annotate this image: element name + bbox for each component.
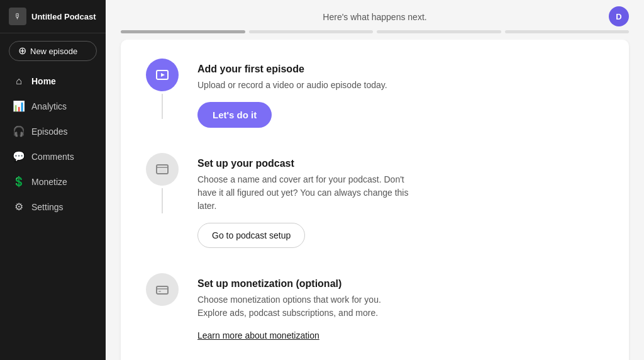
svg-rect-5 bbox=[158, 291, 161, 292]
sidebar-nav: ⌂ Home 📊 Analytics 🎧 Episodes 💬 Comments… bbox=[0, 69, 106, 220]
sidebar-header: 🎙 Untitled Podcast bbox=[0, 0, 106, 33]
sidebar-item-settings-label: Settings bbox=[31, 202, 64, 212]
setup-podcast-icon bbox=[146, 153, 179, 186]
sidebar-item-home[interactable]: ⌂ Home bbox=[4, 69, 102, 93]
sidebar: 🎙 Untitled Podcast ⊕ New episode ⌂ Home … bbox=[0, 0, 106, 360]
sidebar-item-settings[interactable]: ⚙ Settings bbox=[4, 194, 102, 219]
step-connector-1 bbox=[162, 94, 163, 119]
comments-icon: 💬 bbox=[13, 150, 25, 162]
analytics-icon: 📊 bbox=[13, 100, 25, 112]
home-icon: ⌂ bbox=[13, 76, 25, 87]
step-title-add-episode: Add your first episode bbox=[197, 64, 604, 75]
steps-progress-bar bbox=[106, 30, 644, 40]
step-icon-col-1 bbox=[146, 59, 179, 121]
monetization-icon bbox=[146, 273, 179, 306]
steps-card: Add your first episode Upload or record … bbox=[121, 40, 629, 360]
sidebar-item-monetize-label: Monetize bbox=[31, 177, 67, 187]
main-content: Here's what happens next. D bbox=[106, 0, 644, 360]
step-bar-2 bbox=[249, 30, 374, 33]
monetize-icon: 💲 bbox=[13, 176, 25, 188]
topbar: Here's what happens next. D bbox=[106, 0, 644, 30]
step-icon-col-2 bbox=[146, 153, 179, 216]
topbar-subtitle: Here's what happens next. bbox=[141, 12, 609, 22]
podcast-title: Untitled Podcast bbox=[31, 12, 97, 21]
step-bar-3 bbox=[377, 30, 501, 33]
episodes-icon: 🎧 bbox=[13, 125, 25, 137]
add-episode-icon bbox=[146, 59, 179, 91]
step-row-add-episode: Add your first episode Upload or record … bbox=[146, 59, 604, 153]
step-bar-1 bbox=[121, 30, 245, 33]
settings-icon: ⚙ bbox=[13, 201, 25, 213]
steps-list: Add your first episode Upload or record … bbox=[146, 59, 604, 347]
svg-rect-4 bbox=[157, 286, 168, 294]
sidebar-item-episodes[interactable]: 🎧 Episodes bbox=[4, 119, 102, 143]
sidebar-item-home-label: Home bbox=[31, 76, 56, 86]
step-row-setup-podcast: Set up your podcast Choose a name and co… bbox=[146, 153, 604, 273]
step-icon-col-3 bbox=[146, 273, 179, 306]
new-episode-button[interactable]: ⊕ New episode bbox=[9, 41, 97, 61]
step-desc-add-episode: Upload or record a video or audio episod… bbox=[197, 79, 411, 92]
sidebar-item-monetize[interactable]: 💲 Monetize bbox=[4, 169, 102, 194]
step-content-add-episode: Add your first episode Upload or record … bbox=[197, 59, 604, 153]
step-title-setup-podcast: Set up your podcast bbox=[197, 158, 604, 169]
step-title-monetization: Set up monetization (optional) bbox=[197, 278, 604, 290]
podcast-logo-icon: 🎙 bbox=[9, 8, 26, 25]
step-content-monetization: Set up monetization (optional) Choose mo… bbox=[197, 273, 604, 347]
step-row-monetization: Set up monetization (optional) Choose mo… bbox=[146, 273, 604, 347]
sidebar-item-episodes-label: Episodes bbox=[31, 127, 68, 137]
sidebar-item-comments[interactable]: 💬 Comments bbox=[4, 144, 102, 169]
step-connector-2 bbox=[162, 188, 163, 213]
avatar[interactable]: D bbox=[609, 6, 629, 26]
new-episode-label: New episode bbox=[30, 47, 77, 56]
step-bar-4 bbox=[505, 30, 630, 33]
sidebar-item-comments-label: Comments bbox=[31, 152, 74, 162]
sidebar-item-analytics-label: Analytics bbox=[31, 101, 67, 111]
svg-rect-3 bbox=[158, 169, 166, 172]
podcast-setup-button[interactable]: Go to podcast setup bbox=[197, 223, 305, 248]
step-desc-setup-podcast: Choose a name and cover art for your pod… bbox=[197, 173, 411, 213]
step-content-setup-podcast: Set up your podcast Choose a name and co… bbox=[197, 153, 604, 273]
content-area: Add your first episode Upload or record … bbox=[106, 40, 644, 360]
lets-do-it-button[interactable]: Let's do it bbox=[197, 102, 272, 128]
topbar-center: Here's what happens next. bbox=[141, 11, 609, 22]
svg-marker-1 bbox=[161, 73, 165, 77]
plus-icon: ⊕ bbox=[18, 46, 26, 56]
sidebar-item-analytics[interactable]: 📊 Analytics bbox=[4, 94, 102, 118]
monetization-link[interactable]: Learn more about monetization bbox=[197, 330, 319, 340]
step-desc-monetization: Choose monetization options that work fo… bbox=[197, 293, 411, 320]
